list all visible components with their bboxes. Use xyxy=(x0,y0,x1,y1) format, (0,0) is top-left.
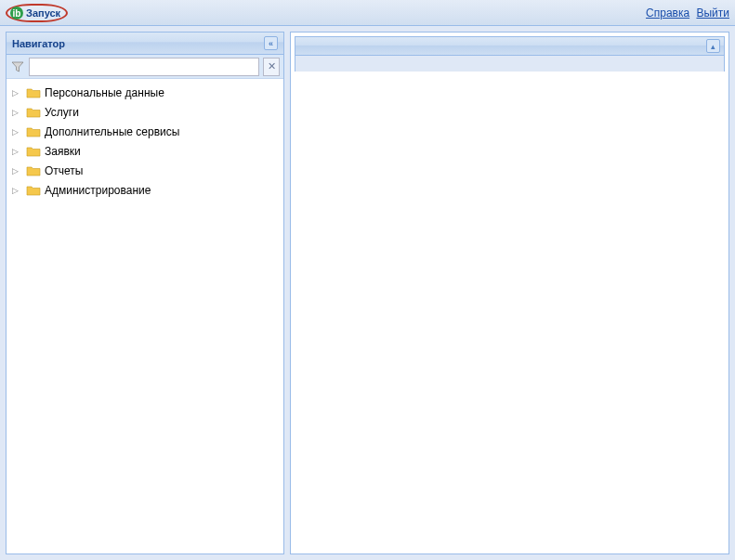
filter-row: ✕ xyxy=(7,55,283,79)
navigator-tree: ▷ Персональные данные ▷ Услуги ▷ Дополни… xyxy=(7,79,283,553)
tree-item[interactable]: ▷ Заявки xyxy=(7,141,283,161)
tree-item[interactable]: ▷ Отчеты xyxy=(7,161,283,180)
close-icon: ✕ xyxy=(268,60,276,72)
navigator-header: Навигатор « xyxy=(7,33,283,55)
tree-item[interactable]: ▷ Услуги xyxy=(7,102,283,122)
folder-icon xyxy=(26,124,41,139)
help-link[interactable]: Справка xyxy=(646,7,689,20)
content-sub-body xyxy=(295,56,724,72)
expand-icon[interactable]: ▷ xyxy=(12,147,23,156)
expand-icon[interactable]: ▷ xyxy=(12,108,23,117)
tree-item-label: Отчеты xyxy=(45,164,83,177)
folder-icon xyxy=(26,144,41,159)
tree-item-label: Персональные данные xyxy=(45,86,164,99)
content-sub-panel: ▴ xyxy=(295,36,725,72)
app-logo-icon: ib xyxy=(9,6,24,20)
tree-item-label: Администрирование xyxy=(45,184,151,197)
top-links: Справка Выйти xyxy=(642,7,729,20)
content-panel: ▴ xyxy=(290,32,729,554)
start-button[interactable]: ib Запуск xyxy=(6,4,68,22)
logout-link[interactable]: Выйти xyxy=(696,7,729,20)
expand-icon[interactable]: ▷ xyxy=(12,186,23,195)
filter-input[interactable] xyxy=(29,58,259,76)
folder-icon xyxy=(26,163,41,178)
collapse-left-button[interactable]: « xyxy=(264,36,278,50)
folder-icon xyxy=(26,105,41,120)
folder-icon xyxy=(26,183,41,198)
folder-icon xyxy=(26,85,41,100)
tree-item-label: Услуги xyxy=(45,106,79,119)
top-toolbar: ib Запуск Справка Выйти xyxy=(0,0,735,26)
chevron-left-icon: « xyxy=(269,39,273,48)
tree-item-label: Заявки xyxy=(45,145,81,158)
collapse-up-button[interactable]: ▴ xyxy=(706,39,720,53)
expand-icon[interactable]: ▷ xyxy=(12,166,23,176)
tree-item[interactable]: ▷ Администрирование xyxy=(7,180,283,200)
filter-clear-button[interactable]: ✕ xyxy=(263,58,280,76)
content-body: ▴ xyxy=(291,33,728,553)
content-sub-header: ▴ xyxy=(295,37,724,56)
navigator-panel: Навигатор « ✕ ▷ Персональные данные ▷ xyxy=(6,32,284,554)
tree-item-label: Дополнительные сервисы xyxy=(45,125,179,138)
tree-item[interactable]: ▷ Персональные данные xyxy=(7,83,283,102)
tree-item[interactable]: ▷ Дополнительные сервисы xyxy=(7,122,283,141)
svg-text:ib: ib xyxy=(13,8,21,19)
chevron-up-icon: ▴ xyxy=(711,42,715,51)
workspace: Навигатор « ✕ ▷ Персональные данные ▷ xyxy=(0,26,735,560)
filter-icon xyxy=(10,59,25,74)
expand-icon[interactable]: ▷ xyxy=(12,127,23,137)
start-label: Запуск xyxy=(26,7,60,19)
navigator-title: Навигатор xyxy=(12,38,65,49)
expand-icon[interactable]: ▷ xyxy=(12,88,23,98)
